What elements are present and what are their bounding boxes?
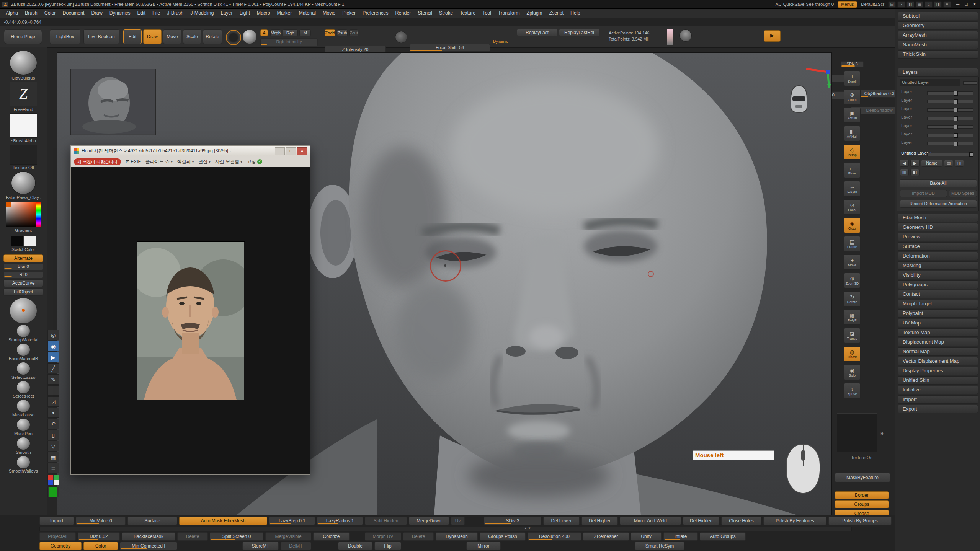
layer-name-button[interactable]: Name <box>921 160 942 167</box>
tool-section-header[interactable]: Import <box>898 395 978 404</box>
palette-shortcut-thumb[interactable] <box>17 419 30 431</box>
color-picker[interactable] <box>6 202 41 227</box>
tool-section-header[interactable]: Polygroups <box>898 280 978 289</box>
exif-menu[interactable]: ⊡EXIF <box>126 159 141 165</box>
fillobject-button[interactable]: FillObject <box>3 288 43 296</box>
menu-item[interactable]: Texture <box>456 9 479 18</box>
titlebar-icon[interactable]: ◔ <box>897 1 905 8</box>
bottom-control[interactable]: Mirror <box>466 542 501 550</box>
bottom-control[interactable]: Dist 0.02 <box>78 532 120 541</box>
tool-section-header[interactable]: Morph Target <box>898 300 978 308</box>
shelf-button[interactable]: ◈ Qxyz <box>844 218 861 233</box>
quick-tool-button[interactable]: ↶ <box>47 419 59 429</box>
layer-row[interactable]: Layer <box>897 88 979 97</box>
layer-row-slider[interactable] <box>927 125 973 129</box>
bottom-control[interactable]: Flip <box>374 542 401 550</box>
menu-item[interactable]: File <box>149 9 163 18</box>
paint-mode-chip[interactable]: M <box>299 29 311 36</box>
pin-toggle[interactable]: 고정✓ <box>247 158 262 165</box>
bottom-control[interactable]: Unify <box>631 532 662 541</box>
anchor-chip[interactable]: A <box>260 29 268 36</box>
current-alpha-thumb[interactable] <box>10 113 37 138</box>
layer-row-slider[interactable] <box>927 134 973 137</box>
rf-slider[interactable]: Rf 0 <box>3 271 43 278</box>
quick-tool-button[interactable]: ▽ <box>47 441 59 451</box>
current-tool-thumbnail[interactable] <box>787 83 811 117</box>
bottom-control[interactable]: Close Holes <box>721 517 761 525</box>
window-control-button[interactable]: □ <box>963 2 969 7</box>
bottom-control[interactable]: Groups Polish <box>480 532 526 541</box>
quick-tool-button[interactable]: ─ <box>47 385 59 396</box>
bottom-control[interactable]: Colorize <box>313 532 350 541</box>
palette-shortcut[interactable]: MaskPen <box>14 417 33 436</box>
layer-icon-button[interactable]: ▥ <box>900 169 909 176</box>
current-material-thumb[interactable] <box>11 171 36 194</box>
mdd-speed-button[interactable]: MDD Speed <box>949 190 977 197</box>
menu-item[interactable]: Document <box>59 9 88 18</box>
material-preview-sphere[interactable] <box>10 298 37 323</box>
menu-item[interactable]: Dynamics <box>106 9 134 18</box>
menu-item[interactable]: Help <box>567 9 584 18</box>
sculpt-mode-chip[interactable]: Zsub <box>337 29 348 36</box>
gravity-icon[interactable] <box>679 29 692 42</box>
secondary-color-swatch[interactable] <box>24 236 36 246</box>
menu-item[interactable]: Alpha <box>2 9 21 18</box>
bottom-control[interactable]: DelMT <box>281 542 311 550</box>
palette-shortcut[interactable]: BasicMaterialB <box>9 342 38 361</box>
tool-section-header[interactable]: Geometry HD <box>898 223 978 231</box>
tool-section-header[interactable]: Masking <box>898 261 978 270</box>
active-layer-row[interactable]: Untitled Layer 1 <box>897 150 979 158</box>
menu-item[interactable]: Transform <box>495 9 523 18</box>
bottom-control[interactable]: Split Hidden <box>365 517 407 525</box>
quick-tool-button[interactable]: ▶ <box>47 352 59 362</box>
quick-tool-button[interactable]: • <box>47 408 59 418</box>
titlebar-icon[interactable]: ◧ <box>906 1 914 8</box>
shelf-button[interactable]: ▩ PolyF <box>844 310 861 325</box>
menu-item[interactable]: J-Brush <box>163 9 187 18</box>
titlebar-status-label[interactable]: QuickSave <box>783 2 805 7</box>
bottom-control[interactable]: Auto Groups <box>700 532 746 541</box>
shelf-button[interactable]: ◍ Ghost <box>844 346 861 362</box>
menu-item[interactable]: Render <box>392 9 414 18</box>
live-boolean-button[interactable]: Live Boolean <box>83 29 119 44</box>
blur-slider[interactable]: Blur 0 <box>3 263 43 270</box>
tool-section-header[interactable]: Subtool <box>898 12 978 20</box>
shelf-button[interactable]: ▤ Frame <box>844 236 861 251</box>
layer-row-slider[interactable] <box>927 108 973 112</box>
hue-bar[interactable] <box>36 202 41 227</box>
bottom-control[interactable]: MergeVisible <box>265 532 311 541</box>
tool-section-header[interactable]: FiberMesh <box>898 214 978 222</box>
document-thumbnail[interactable] <box>70 69 156 135</box>
zscript-button[interactable]: DefaultZScr <box>861 2 884 7</box>
tool-section-header[interactable]: Visibility <box>898 271 978 279</box>
bottom-control[interactable]: Geometry <box>39 542 82 550</box>
menu-item[interactable]: Tool <box>479 9 495 18</box>
quick-tool-button[interactable]: ≣ <box>47 463 59 473</box>
photo-window-control[interactable]: ─ <box>275 147 285 155</box>
layer-row[interactable]: Layer <box>897 122 979 130</box>
bottom-control[interactable]: Min Connected f <box>120 542 177 550</box>
stroke-preview-icon[interactable] <box>226 30 241 45</box>
accucurve-button[interactable]: AccuCurve <box>3 279 43 287</box>
layer-row-slider[interactable] <box>927 117 973 120</box>
bottom-control[interactable]: MergeDown <box>409 517 449 525</box>
palette-shortcut-thumb[interactable] <box>17 437 30 450</box>
mask-by-feature-button[interactable]: MaskByFeature <box>835 473 890 482</box>
bottom-control[interactable]: BackfaceMask <box>122 532 175 541</box>
palette-shortcut[interactable]: SelectRect <box>13 380 34 398</box>
reference-photo[interactable] <box>137 241 245 401</box>
bottom-control[interactable]: Split Screen 0 <box>210 532 263 541</box>
bottom-control[interactable]: SDiv 3 <box>484 517 541 525</box>
photo-viewer-window[interactable]: Head 사진 레퍼런스 > 49217dd52f7d7b542151af3f2… <box>70 145 310 475</box>
layer-icon-button[interactable]: ▤ <box>944 160 953 167</box>
bottom-control[interactable]: Surface <box>127 517 177 525</box>
edit-button[interactable]: Edit <box>123 29 142 44</box>
texture-thumbnail[interactable] <box>837 413 877 452</box>
titlebar-status-label[interactable]: AC <box>776 2 782 7</box>
shelf-button[interactable]: ◧ AAHalf <box>844 126 861 141</box>
tool-section-header[interactable]: Preview <box>898 233 978 241</box>
color-index-chip[interactable] <box>6 202 11 207</box>
photo-window-titlebar[interactable]: Head 사진 레퍼런스 > 49217dd52f7d7b542151af3f2… <box>71 146 310 156</box>
bottom-control[interactable]: Del Lower <box>543 517 580 525</box>
palette-shortcut-thumb[interactable] <box>17 400 30 412</box>
